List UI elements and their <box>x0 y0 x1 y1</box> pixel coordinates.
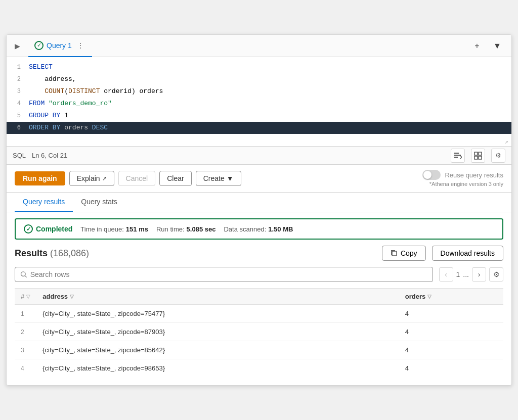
run-time-label: Run time: <box>156 225 185 233</box>
results-panel: Results (168,086) Copy Download results <box>7 246 511 385</box>
time-in-queue-label: Time in queue: <box>80 225 124 233</box>
line-num-6: 6 <box>7 122 27 134</box>
data-scanned-value: 1.50 MB <box>268 225 293 233</box>
grid-icon <box>474 152 482 160</box>
current-page: 1 <box>456 270 460 278</box>
code-line-6: 6 ORDER BY orders DESC <box>7 122 511 134</box>
svg-rect-0 <box>454 153 459 154</box>
results-title: Results (168,086) <box>15 248 376 259</box>
create-label: Create <box>203 174 225 182</box>
code-editor[interactable]: 1 SELECT 2 address, 3 COUNT(DISTINCT ord… <box>7 57 511 147</box>
address-sort-icon: ▽ <box>70 294 74 299</box>
tab-query-stats-label: Query stats <box>81 198 117 206</box>
code-content-6: ORDER BY orders DESC <box>27 122 511 134</box>
copy-label: Copy <box>401 249 417 257</box>
code-lines: 1 SELECT 2 address, 3 COUNT(DISTINCT ord… <box>7 57 511 138</box>
col-header-address[interactable]: address ▽ <box>36 289 399 305</box>
settings-btn[interactable]: ⚙ <box>491 149 505 163</box>
run-time-stat: Run time: 5.085 sec <box>156 225 215 233</box>
reuse-toggle[interactable] <box>422 170 441 180</box>
query-tab[interactable]: ✓ Query 1 ⋮ <box>28 35 92 57</box>
next-page-btn[interactable]: › <box>472 267 486 282</box>
tab-query-results-label: Query results <box>23 198 65 206</box>
svg-rect-2 <box>454 157 458 158</box>
cell-address: {city=City_, state=State_, zipcode=98653… <box>36 359 399 378</box>
code-line-3: 3 COUNT(DISTINCT orderid) orders <box>7 85 511 98</box>
resize-handle[interactable]: ↗ <box>7 138 511 146</box>
svg-rect-7 <box>392 251 397 256</box>
cell-address: {city=City_, state=State_, zipcode=75477… <box>36 305 399 323</box>
language-label: SQL <box>13 152 26 159</box>
cell-orders: 4 <box>399 323 503 341</box>
col-header-orders[interactable]: orders ▽ <box>399 289 503 305</box>
tab-dropdown-btn[interactable]: ▼ <box>489 38 505 54</box>
add-tab-btn[interactable]: + <box>469 38 485 54</box>
copy-icon <box>391 250 398 257</box>
create-button[interactable]: Create ▼ <box>196 171 241 186</box>
completed-check-icon: ✓ <box>24 224 33 234</box>
cell-num: 3 <box>15 341 36 359</box>
keyword: SELECT <box>29 63 53 71</box>
table-row: 3 {city=City_, state=State_, zipcode=856… <box>15 341 503 359</box>
kw-desc: DESC <box>92 124 108 131</box>
num-sort-icon: ▽ <box>26 294 30 299</box>
download-results-button[interactable]: Download results <box>432 246 503 261</box>
results-tabs: Query results Query stats <box>7 193 511 212</box>
cell-orders: 4 <box>399 341 503 359</box>
time-in-queue-stat: Time in queue: 151 ms <box>80 225 148 233</box>
col-header-num: #▽ <box>15 289 36 305</box>
main-window: ▶ ✓ Query 1 ⋮ + ▼ 1 SELECT 2 address, <box>6 34 512 386</box>
copy-button[interactable]: Copy <box>382 246 426 261</box>
tab-query-results[interactable]: Query results <box>15 193 73 212</box>
cursor-position: Ln 6, Col 21 <box>32 152 67 159</box>
table-settings-btn[interactable]: ⚙ <box>489 267 503 282</box>
tab-menu-icon[interactable]: ⋮ <box>75 40 86 51</box>
grid-btn[interactable] <box>471 149 485 163</box>
ellipsis: ... <box>463 270 469 278</box>
svg-point-8 <box>21 272 25 276</box>
line-num-2: 2 <box>7 73 27 85</box>
pagination: ‹ 1 ... › ⚙ <box>439 267 503 282</box>
cancel-button[interactable]: Cancel <box>118 171 156 186</box>
svg-line-9 <box>25 275 26 277</box>
kw-groupby: GROUP BY <box>29 112 60 119</box>
code-content-2: address, <box>27 73 511 85</box>
code-line-2: 2 address, <box>7 73 511 85</box>
results-table: #▽ address ▽ orders ▽ <box>15 288 503 377</box>
search-input-wrap[interactable] <box>15 267 433 282</box>
code-content-1: SELECT <box>27 61 511 73</box>
address-sort: address ▽ <box>42 293 74 300</box>
line-num-3: 3 <box>7 85 27 98</box>
clear-button[interactable]: Clear <box>159 171 191 186</box>
line-num-4: 4 <box>7 98 27 110</box>
code-line-1: 1 SELECT <box>7 61 511 73</box>
explain-label: Explain <box>77 174 100 182</box>
cell-num: 1 <box>15 305 36 323</box>
table-header: #▽ address ▽ orders ▽ <box>15 289 503 305</box>
kw-orderby: ORDER BY <box>29 124 60 131</box>
search-input[interactable] <box>30 270 427 278</box>
tab-label: Query 1 <box>47 41 72 50</box>
cell-num: 4 <box>15 359 36 378</box>
editor-toolbar: Run again Explain ↗ Cancel Clear Create … <box>7 165 511 193</box>
code-line-5: 5 GROUP BY 1 <box>7 110 511 122</box>
collapse-sidebar-btn[interactable]: ▶ <box>13 40 22 52</box>
results-header: Results (168,086) Copy Download results <box>15 246 503 261</box>
format-btn[interactable] <box>451 149 465 163</box>
table-row: 4 {city=City_, state=State_, zipcode=986… <box>15 359 503 378</box>
tab-query-stats[interactable]: Query stats <box>73 193 125 212</box>
str-table: "orders_demo_ro" <box>49 100 112 107</box>
results-count: (168,086) <box>50 248 89 258</box>
explain-button[interactable]: Explain ↗ <box>69 171 114 186</box>
run-again-button[interactable]: Run again <box>15 171 65 185</box>
svg-rect-6 <box>479 156 482 159</box>
orders-sort-icon: ▽ <box>427 294 431 299</box>
reuse-section: Reuse query results *Athena engine versi… <box>422 170 503 187</box>
prev-page-btn[interactable]: ‹ <box>439 267 453 282</box>
chevron-down-icon: ▼ <box>227 174 234 182</box>
header-row: #▽ address ▽ orders ▽ <box>15 289 503 305</box>
search-icon <box>20 271 27 278</box>
cell-address: {city=City_, state=State_, zipcode=85642… <box>36 341 399 359</box>
svg-rect-4 <box>479 152 482 155</box>
table-row: 2 {city=City_, state=State_, zipcode=879… <box>15 323 503 341</box>
